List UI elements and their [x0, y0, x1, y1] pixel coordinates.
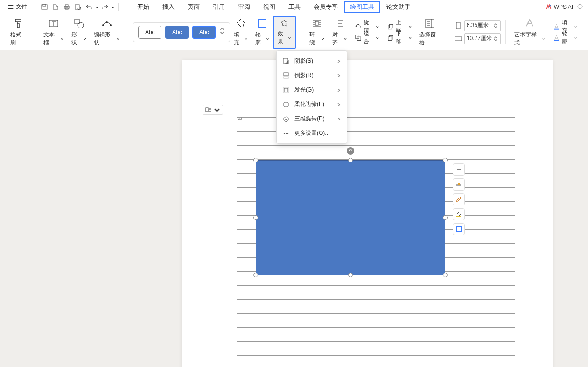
- shape-style-gallery[interactable]: Abc Abc Abc: [133, 22, 230, 42]
- undo-button[interactable]: [84, 1, 95, 13]
- redo-icon: [101, 3, 109, 11]
- wps-ai-icon: [546, 4, 552, 10]
- width-input[interactable]: 10.77厘米: [464, 33, 501, 44]
- svg-rect-3: [65, 5, 68, 6]
- chevron-down-icon: [542, 37, 546, 41]
- tab-drawing-tools[interactable]: 绘图工具: [344, 1, 380, 13]
- export-button[interactable]: [50, 1, 61, 13]
- svg-point-10: [78, 22, 84, 28]
- width-spinner[interactable]: [494, 36, 498, 42]
- tab-page[interactable]: 页面: [181, 0, 206, 14]
- tab-insert[interactable]: 插入: [156, 0, 181, 14]
- move-down-button[interactable]: 下移: [385, 33, 413, 43]
- chevron-down-icon: [83, 37, 87, 41]
- print-button[interactable]: [61, 1, 72, 13]
- align-button[interactable]: 对齐: [329, 16, 351, 49]
- text-outline-button: 轮廓: [551, 33, 580, 43]
- tab-references[interactable]: 引用: [206, 0, 231, 14]
- rotate-group-stack: 旋转 组合: [351, 21, 383, 44]
- spin-down-icon: [494, 39, 497, 42]
- menubar-right: WPS AI: [546, 3, 584, 11]
- selection-pane-label: 选择窗格: [419, 31, 441, 47]
- file-menu-button[interactable]: 文件: [4, 1, 31, 13]
- fill-button[interactable]: 填充: [230, 16, 252, 49]
- chevron-down-icon: [219, 31, 225, 34]
- tab-tools[interactable]: 工具: [282, 0, 307, 14]
- chevron-down-icon: [408, 25, 412, 28]
- art-style-button: 艺术字样式: [511, 16, 549, 49]
- ribbon-group-insert: 文本框 形状 编辑形状: [37, 16, 126, 48]
- rotate-icon: [355, 23, 362, 30]
- file-label: 文件: [16, 3, 27, 11]
- chevron-down-icon: [321, 37, 325, 41]
- height-input[interactable]: 6.35厘米: [464, 20, 501, 31]
- search-icon[interactable]: [577, 3, 584, 11]
- art-style-icon: [524, 18, 535, 29]
- spin-down-icon: [494, 26, 497, 28]
- tab-review[interactable]: 审阅: [231, 0, 257, 14]
- tab-view[interactable]: 视图: [257, 0, 282, 14]
- height-spinner[interactable]: [494, 23, 498, 28]
- print-icon: [63, 3, 70, 11]
- preview-icon: [74, 3, 82, 11]
- tab-thesis[interactable]: 论文助手: [380, 0, 417, 14]
- chevron-down-icon: [266, 37, 269, 41]
- svg-point-7: [578, 4, 582, 9]
- edit-shape-button[interactable]: 编辑形状: [90, 16, 123, 49]
- chevron-down-icon: [376, 25, 379, 28]
- svg-rect-15: [315, 21, 318, 25]
- hamburger-icon: [7, 4, 14, 10]
- ribbon-group-format: 格式刷: [4, 16, 33, 48]
- undo-icon: [85, 3, 93, 11]
- save-button[interactable]: [39, 1, 50, 13]
- separator: [301, 20, 301, 44]
- chevron-down-icon[interactable]: [111, 5, 115, 9]
- selection-pane-button[interactable]: 选择窗格: [415, 16, 444, 49]
- group-label: 组合: [364, 30, 374, 46]
- style-preset-1[interactable]: Abc: [138, 26, 161, 39]
- tab-member[interactable]: 会员专享: [307, 0, 344, 14]
- format-painter-button[interactable]: 格式刷: [7, 16, 30, 49]
- style-preset-3[interactable]: Abc: [192, 26, 216, 39]
- style-gallery-expand[interactable]: [219, 28, 225, 37]
- preview-button[interactable]: [72, 1, 84, 13]
- redo-button[interactable]: [99, 1, 111, 13]
- style-preset-2[interactable]: Abc: [165, 26, 189, 39]
- width-value: 10.77厘米: [467, 35, 494, 42]
- separator: [505, 20, 506, 44]
- menubar: 文件 开始 插入 页面 引用 审阅 视图 工具 会员专享 绘图工具 论文助手 W…: [0, 0, 588, 14]
- text-outline-label: 轮廓: [562, 30, 573, 46]
- width-row: 10.77厘米: [454, 33, 501, 44]
- wrap-button[interactable]: 环绕: [306, 16, 328, 49]
- chevron-down-icon: [408, 36, 412, 40]
- quick-access-toolbar: [39, 1, 115, 13]
- chevron-down-icon[interactable]: [95, 5, 99, 9]
- separator: [449, 20, 449, 44]
- svg-rect-25: [554, 28, 559, 29]
- save-icon: [41, 3, 48, 11]
- svg-point-13: [110, 24, 112, 26]
- text-box-button[interactable]: 文本框: [40, 16, 68, 49]
- chevron-down-icon: [574, 25, 578, 28]
- group-icon: [355, 34, 362, 42]
- format-painter-label: 格式刷: [10, 31, 26, 47]
- wps-ai-label: WPS AI: [554, 4, 573, 10]
- wps-ai-button[interactable]: WPS AI: [546, 4, 573, 10]
- chevron-down-icon: [376, 36, 379, 40]
- effects-button[interactable]: 效果: [273, 16, 296, 49]
- shapes-button[interactable]: 形状: [68, 16, 90, 49]
- svg-rect-19: [390, 24, 393, 28]
- outline-button[interactable]: 轮廓: [252, 16, 273, 49]
- width-icon: [454, 35, 462, 43]
- tab-home[interactable]: 开始: [131, 0, 156, 14]
- chevron-down-icon: [574, 36, 578, 40]
- format-painter-icon: [13, 18, 24, 29]
- shapes-label: 形状: [71, 31, 82, 47]
- text-fill-icon: [553, 23, 560, 30]
- outline-icon: [257, 18, 268, 29]
- ribbon-group-arrange: 环绕 对齐 旋转 组合 上移: [303, 16, 447, 48]
- group-button[interactable]: 组合: [353, 33, 381, 43]
- svg-rect-14: [259, 20, 266, 27]
- fill-label: 填充: [234, 31, 244, 47]
- selection-pane-icon: [424, 18, 435, 29]
